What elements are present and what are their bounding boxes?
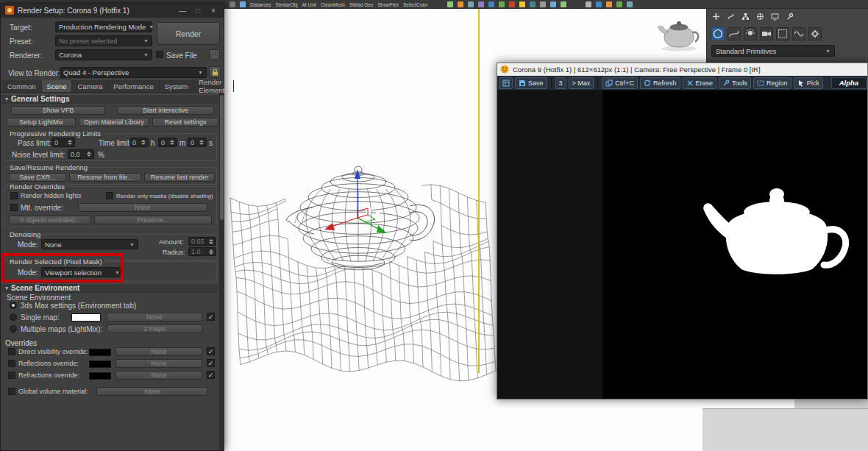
vfb-copy-button[interactable]: Ctrl+C: [602, 77, 638, 89]
close-button[interactable]: ×: [207, 7, 219, 15]
toolbar-icon[interactable]: [509, 1, 515, 7]
time-m-spinner[interactable]: 0: [158, 138, 177, 147]
save-file-checkbox[interactable]: [156, 51, 163, 58]
reflections-checkbox[interactable]: [8, 360, 15, 367]
toolbar-script-label[interactable]: SelectColor: [403, 2, 428, 7]
tab-common[interactable]: Common: [2, 80, 42, 92]
tab-performance[interactable]: Performance: [108, 80, 159, 92]
shapes-category-icon[interactable]: [728, 27, 741, 40]
toolbar-script-label[interactable]: SiMad Geo: [349, 2, 374, 7]
toolbar-icon[interactable]: [468, 1, 474, 7]
amount-spinner[interactable]: 0.65: [188, 237, 216, 246]
primitives-dropdown[interactable]: Standard Primitives ▼: [711, 45, 835, 57]
toolbar-icon[interactable]: [519, 1, 525, 7]
toolbar-icon[interactable]: [530, 1, 536, 7]
toolbar-icon[interactable]: [606, 1, 612, 7]
toolbar-icon[interactable]: [596, 1, 602, 7]
time-s-spinner[interactable]: 0: [188, 138, 207, 147]
create-tab-icon[interactable]: [712, 10, 720, 24]
render-hidden-lights-checkbox[interactable]: [10, 192, 18, 199]
helpers-category-icon[interactable]: [776, 27, 789, 40]
vfb-save-button[interactable]: Save: [515, 77, 547, 89]
reset-settings-button[interactable]: Reset settings: [152, 118, 218, 127]
vfb-title-bar[interactable]: Corona 9 (Hotfix 1) | 612×612px (1:1) | …: [497, 63, 867, 76]
dialog-title-bar[interactable]: Render Setup: Corona 9 (Hotfix 1) — □ ×: [1, 4, 224, 18]
toolbar-icon[interactable]: [550, 1, 556, 7]
rs-mode-dropdown[interactable]: Viewport selection▼: [41, 267, 124, 277]
objects-excluded-button[interactable]: 0 objects excluded...: [9, 216, 91, 224]
toolbar-script-label[interactable]: CleanMesh: [321, 2, 345, 7]
single-map-none-button[interactable]: None: [107, 313, 202, 322]
start-interactive-button[interactable]: Start interactive: [117, 106, 214, 115]
environment-color-swatch[interactable]: [71, 313, 101, 322]
vfb-region-button[interactable]: Region: [753, 77, 791, 89]
resume-from-file-button[interactable]: Resume from file...: [69, 173, 141, 182]
tab-camera[interactable]: Camera: [72, 80, 108, 92]
cameras-category-icon[interactable]: [760, 27, 773, 40]
refractions-checkbox[interactable]: [8, 372, 15, 379]
systems-category-icon[interactable]: [808, 27, 822, 40]
multiple-maps-button[interactable]: 2 maps: [107, 324, 202, 333]
open-material-library-button[interactable]: Open Material Library: [79, 118, 149, 127]
view-to-render-dropdown[interactable]: Quad 4 - Perspective▼: [60, 67, 207, 78]
refractions-swatch[interactable]: [89, 372, 111, 380]
vfb-channel-alpha[interactable]: Alpha: [831, 77, 867, 89]
setup-lightmix-button[interactable]: Setup LightMix: [7, 118, 76, 127]
display-tab-icon[interactable]: [771, 10, 779, 24]
toolbar-icon[interactable]: [488, 1, 494, 7]
resume-last-render-button[interactable]: Resume last render: [144, 173, 215, 182]
lights-category-icon[interactable]: [744, 27, 757, 40]
maximize-button[interactable]: □: [192, 7, 204, 15]
mtl-override-none-button[interactable]: None: [78, 203, 207, 212]
direct-visibility-none-button[interactable]: None: [115, 347, 202, 356]
renderer-dropdown[interactable]: Corona▼: [55, 49, 152, 60]
modify-tab-icon[interactable]: [727, 10, 735, 24]
reflections-swatch[interactable]: [89, 361, 111, 368]
vfb-refresh-button[interactable]: Refresh: [640, 77, 680, 89]
spacewarps-category-icon[interactable]: [792, 27, 805, 40]
single-map-radio[interactable]: [10, 313, 17, 321]
show-vfb-button[interactable]: Show VFB: [11, 106, 105, 115]
toolbar-script-label[interactable]: Distances: [250, 2, 271, 7]
toolbar-icon[interactable]: [458, 1, 463, 7]
single-map-enable-check[interactable]: ✓: [207, 313, 215, 321]
preserve-button[interactable]: Preserve...: [94, 216, 212, 224]
reflections-enable-check[interactable]: ✓: [207, 359, 215, 367]
reflections-none-button[interactable]: None: [115, 359, 202, 368]
tab-system[interactable]: System: [160, 80, 194, 92]
denoise-mode-dropdown[interactable]: None▼: [41, 239, 138, 249]
target-dropdown[interactable]: Production Rendering Mode▼: [55, 21, 152, 32]
toolbar-icon[interactable]: [540, 1, 546, 7]
vfb-render-area[interactable]: [497, 90, 867, 399]
toolbar-icon[interactable]: [240, 1, 246, 7]
scrollbar-thumb[interactable]: [220, 95, 224, 220]
vfb-layout-button[interactable]: [499, 77, 513, 89]
lock-view-button[interactable]: [209, 66, 221, 78]
preset-dropdown[interactable]: No preset selected▼: [55, 35, 152, 46]
minimize-button[interactable]: —: [177, 7, 188, 15]
direct-visibility-enable-check[interactable]: ✓: [207, 347, 215, 355]
general-settings-rollout[interactable]: ▾ General Settings: [2, 94, 218, 104]
hierarchy-tab-icon[interactable]: [741, 10, 750, 24]
global-volume-checkbox[interactable]: [8, 388, 15, 395]
direct-visibility-swatch[interactable]: [89, 349, 111, 356]
multiple-maps-radio[interactable]: [10, 325, 17, 333]
direct-visibility-checkbox[interactable]: [8, 348, 15, 355]
radius-spinner[interactable]: 1.0: [188, 247, 216, 256]
toolbar-icon[interactable]: [499, 1, 505, 7]
scene-environment-rollout[interactable]: ▾ Scene Environment: [2, 283, 218, 293]
vfb-pick-button[interactable]: Pick: [794, 77, 823, 89]
utilities-tab-icon[interactable]: [786, 10, 794, 24]
noise-limit-spinner[interactable]: 0.0: [68, 149, 94, 159]
toolbar-icon[interactable]: [561, 1, 566, 7]
motion-tab-icon[interactable]: [756, 10, 764, 24]
toolbar-script-label[interactable]: ShowFlex: [377, 2, 399, 7]
time-h-spinner[interactable]: 0: [129, 138, 149, 147]
render-button[interactable]: Render: [157, 22, 220, 45]
toolbar-script-label[interactable]: At Unit: [302, 2, 317, 7]
vfb-to-max-button[interactable]: > Max: [569, 77, 594, 89]
toolbar-script-label[interactable]: SimilarObj: [276, 2, 298, 7]
vfb-tools-button[interactable]: Tools: [719, 77, 751, 89]
render-only-masks-checkbox[interactable]: [106, 192, 113, 199]
toolbar-icon[interactable]: [447, 1, 453, 7]
